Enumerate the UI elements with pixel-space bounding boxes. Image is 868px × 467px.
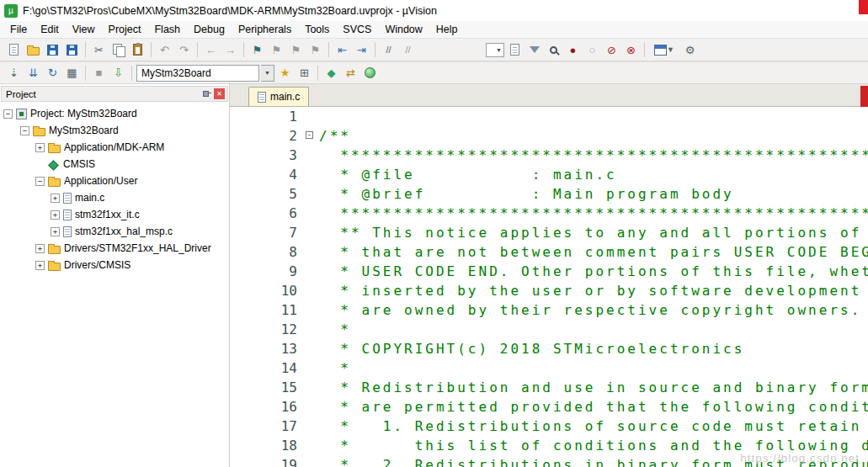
line-number[interactable]: 2 [230,126,302,146]
code-line[interactable]: 18 * this list of conditions and the fol… [230,436,868,455]
code-line[interactable]: 19 * 2. Redistributions in binary form m… [230,455,868,467]
code-line[interactable]: 8 * that are not between comment pairs U… [230,242,868,262]
line-number[interactable]: 19 [230,455,302,467]
line-number[interactable]: 8 [230,242,302,262]
pin-icon[interactable] [202,89,211,98]
code-line[interactable]: 6 **************************************… [230,204,868,223]
expand-icon[interactable] [51,227,60,236]
undo-button[interactable]: ↶ [156,41,173,59]
line-number[interactable]: 18 [230,436,302,455]
code-area[interactable]: 12-/**3 ********************************… [230,107,868,467]
menu-help[interactable]: Help [429,22,465,37]
menu-debug[interactable]: Debug [187,22,232,37]
target-select[interactable]: MyStm32Board [136,65,259,82]
code-line[interactable]: 13 * COPYRIGHT(c) 2018 STMicroelectronic… [230,339,868,358]
tree-item-stm32f1xx-it-c[interactable]: stm32f1xx_it.c [0,206,229,223]
incremental-find-button[interactable] [525,41,543,59]
new-file-button[interactable] [5,41,23,59]
find-button[interactable] [545,41,562,59]
navigate-forward-button[interactable]: → [221,41,239,59]
tree-item-project-root[interactable]: Project: MyStm32Board [0,105,229,122]
window-layout-button[interactable]: ▼ [649,41,679,59]
code-line[interactable]: 1 [230,107,868,126]
code-line[interactable]: 17 * 1. Redistributions of source code m… [230,417,868,436]
uncomment-selection-button[interactable]: // [399,41,417,59]
menu-window[interactable]: Window [378,22,429,37]
line-number[interactable]: 16 [230,397,302,417]
open-file-button[interactable] [24,41,42,59]
save-all-button[interactable] [63,41,81,59]
insert-breakpoint-button[interactable]: ● [564,41,582,59]
pack-installer-button[interactable] [361,64,379,82]
expand-icon[interactable] [35,244,45,253]
enable-disable-breakpoint-button[interactable]: ○ [583,41,601,59]
manage-project-items-button[interactable]: ⊞ [296,64,313,82]
code-line[interactable]: 7 ** This notice applies to any and all … [230,223,868,242]
find-text-combo[interactable]: ▼ [486,43,504,57]
expand-icon[interactable] [35,261,45,270]
rebuild-button[interactable]: ↻ [44,64,61,82]
paste-button[interactable] [129,41,146,59]
copy-button[interactable] [109,41,127,59]
line-number[interactable]: 4 [230,165,302,184]
indent-button[interactable]: ⇥ [353,41,370,59]
menu-view[interactable]: View [66,22,102,37]
toggle-bookmark-button[interactable]: ⚑ [248,41,266,59]
navigate-back-button[interactable]: ← [202,41,220,59]
line-number[interactable]: 7 [230,223,302,242]
next-bookmark-button[interactable]: ⚑ [287,41,305,59]
code-line[interactable]: 12 * [230,320,868,339]
code-line[interactable]: 16 * are permitted provided that the fol… [230,397,868,417]
code-line[interactable]: 9 * USER CODE END. Other portions of thi… [230,262,868,281]
cut-button[interactable]: ✂ [90,41,108,59]
batch-build-button[interactable]: ▦ [63,64,81,82]
clear-bookmarks-button[interactable]: ⚑ [306,41,324,59]
tree-item-drivers-cmsis[interactable]: Drivers/CMSIS [0,257,229,273]
target-select-arrow[interactable]: ▼ [261,65,274,82]
expand-icon[interactable] [51,210,60,220]
line-number[interactable]: 1 [230,107,302,126]
code-line[interactable]: 15 * Redistribution and use in source an… [230,378,868,397]
line-number[interactable]: 10 [230,281,302,300]
line-number[interactable]: 6 [230,204,302,223]
tree-item-stm32f1xx-hal-msp-c[interactable]: stm32f1xx_hal_msp.c [0,223,229,240]
code-line[interactable]: 11 * are owned by their respective copyr… [230,300,868,320]
stop-build-button[interactable]: ■ [90,64,108,82]
menu-flash[interactable]: Flash [147,22,187,37]
expand-icon[interactable] [51,194,60,203]
menu-tools[interactable]: Tools [298,22,336,37]
flash-download-button[interactable]: ⇩ [109,64,127,82]
line-number[interactable]: 13 [230,339,302,358]
window-close-button[interactable] [859,0,868,14]
code-line[interactable]: 5 * @brief : Main program body [230,184,868,204]
line-number[interactable]: 5 [230,184,302,204]
code-line[interactable]: 3 **************************************… [230,146,868,165]
menu-project[interactable]: Project [102,22,148,37]
collapse-icon[interactable] [20,126,29,135]
tree-item-main-c[interactable]: main.c [0,189,229,206]
collapse-icon[interactable] [3,109,13,119]
line-number[interactable]: 17 [230,417,302,436]
code-line[interactable]: 2-/** [230,126,868,146]
comment-selection-button[interactable]: // [380,41,397,59]
menu-file[interactable]: File [3,22,34,37]
kill-all-breakpoints-button[interactable]: ⊗ [622,41,640,59]
line-number[interactable]: 12 [230,320,302,339]
code-line[interactable]: 10 * inserted by the user or by software… [230,281,868,300]
redo-button[interactable]: ↷ [175,41,193,59]
tree-item-application-user[interactable]: Application/User [0,172,229,189]
code-line[interactable]: 4 * @file : main.c [230,165,868,184]
expand-icon[interactable] [35,143,45,152]
line-number[interactable]: 11 [230,300,302,320]
save-button[interactable] [44,41,61,59]
menu-peripherals[interactable]: Peripherals [232,22,298,37]
manage-rte-button[interactable]: ◆ [322,64,340,82]
previous-bookmark-button[interactable]: ⚑ [268,41,285,59]
tree-item-cmsis[interactable]: CMSIS [0,156,229,172]
options-for-target-button[interactable]: ★ [276,64,294,82]
fold-marker-icon[interactable]: - [302,126,319,146]
tree-item-application-mdk-arm[interactable]: Application/MDK-ARM [0,139,229,156]
line-number[interactable]: 9 [230,262,302,281]
unindent-button[interactable]: ⇤ [333,41,351,59]
code-line[interactable]: 14 * [230,358,868,378]
